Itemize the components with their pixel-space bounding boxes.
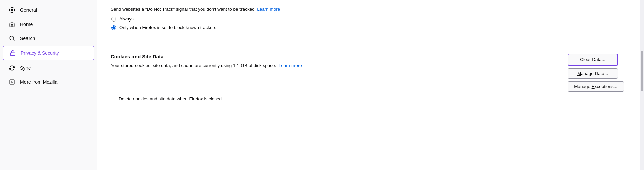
cookies-learn-more-link[interactable]: Learn more xyxy=(279,63,302,68)
manage-data-underline-m: M xyxy=(577,71,581,76)
clear-data-button[interactable]: Clear Data... xyxy=(568,54,618,66)
dnt-radio-always[interactable] xyxy=(111,17,116,22)
sidebar-item-label-general: General xyxy=(20,7,37,13)
manage-exceptions-label: Manage Exceptions... xyxy=(574,84,618,89)
main-content: Send websites a "Do Not Track" signal th… xyxy=(97,0,644,170)
cookies-section: Cookies and Site Data Your stored cookie… xyxy=(111,54,624,101)
sidebar-item-label-search: Search xyxy=(20,36,35,41)
delete-underline-c: c xyxy=(133,96,136,101)
svg-line-2 xyxy=(13,39,14,40)
manage-data-button[interactable]: Manage Data... xyxy=(568,68,618,79)
sidebar-item-home[interactable]: Home xyxy=(3,17,94,31)
sidebar-item-label-sync: Sync xyxy=(20,65,31,71)
dnt-description: Send websites a "Do Not Track" signal th… xyxy=(111,7,624,12)
sidebar-item-label-privacy-security: Privacy & Security xyxy=(21,50,59,56)
gear-icon xyxy=(9,7,15,13)
search-icon xyxy=(9,35,15,42)
dnt-radio-group: Always Only when Firefox is set to block… xyxy=(111,16,624,30)
dnt-option-only-trackers[interactable]: Only when Firefox is set to block known … xyxy=(111,25,624,30)
scrollbar-thumb[interactable] xyxy=(641,51,643,91)
sidebar-item-general[interactable]: General xyxy=(3,3,94,17)
sidebar-item-label-more-from-mozilla: More from Mozilla xyxy=(20,79,57,85)
cookies-description: Your stored cookies, site data, and cach… xyxy=(111,62,319,69)
delete-cookies-checkbox[interactable] xyxy=(111,97,115,101)
scrollbar-track[interactable] xyxy=(640,0,644,170)
dnt-section: Send websites a "Do Not Track" signal th… xyxy=(111,7,624,37)
dnt-learn-more-link[interactable]: Learn more xyxy=(257,7,280,12)
sidebar-item-privacy-security[interactable]: Privacy & Security xyxy=(3,46,94,60)
dnt-radio-only-trackers[interactable] xyxy=(111,25,116,30)
sidebar-item-more-from-mozilla[interactable]: More from Mozilla xyxy=(3,75,94,89)
svg-point-0 xyxy=(11,9,13,11)
sidebar-item-label-home: Home xyxy=(20,22,33,27)
mozilla-icon xyxy=(9,79,15,85)
delete-cookies-row: Delete cookies and site data when Firefo… xyxy=(111,96,624,101)
section-divider xyxy=(111,47,624,47)
manage-data-label: Manage Data... xyxy=(577,71,608,76)
sidebar-item-search[interactable]: Search xyxy=(3,32,94,45)
sidebar: General Home Search Privacy & Security xyxy=(0,0,97,170)
sync-icon xyxy=(9,65,15,71)
sidebar-item-sync[interactable]: Sync xyxy=(3,61,94,75)
manage-exceptions-underline-e: E xyxy=(592,84,595,89)
cookies-info: Cookies and Site Data Your stored cookie… xyxy=(111,54,319,74)
delete-cookies-label[interactable]: Delete cookies and site data when Firefo… xyxy=(119,96,222,101)
cookies-title: Cookies and Site Data xyxy=(111,54,319,59)
cookies-buttons: Clear Data... Manage Data... Manage Exce… xyxy=(568,54,624,92)
home-icon xyxy=(9,21,15,28)
cookies-header: Cookies and Site Data Your stored cookie… xyxy=(111,54,624,92)
manage-exceptions-button[interactable]: Manage Exceptions... xyxy=(568,81,624,92)
dnt-option-always[interactable]: Always xyxy=(111,16,624,22)
svg-rect-3 xyxy=(10,53,15,55)
lock-icon xyxy=(9,50,16,56)
